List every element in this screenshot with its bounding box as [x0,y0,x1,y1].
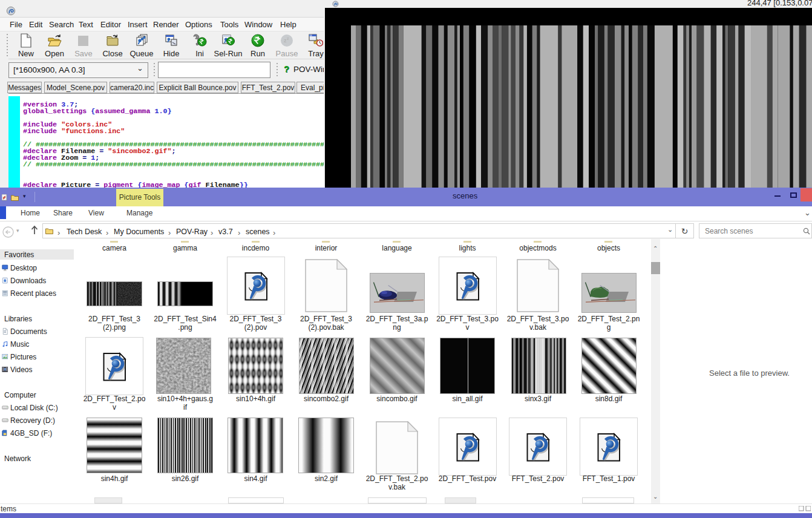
svg-text:38: 38 [310,34,312,37]
svg-text:z: z [287,36,289,41]
